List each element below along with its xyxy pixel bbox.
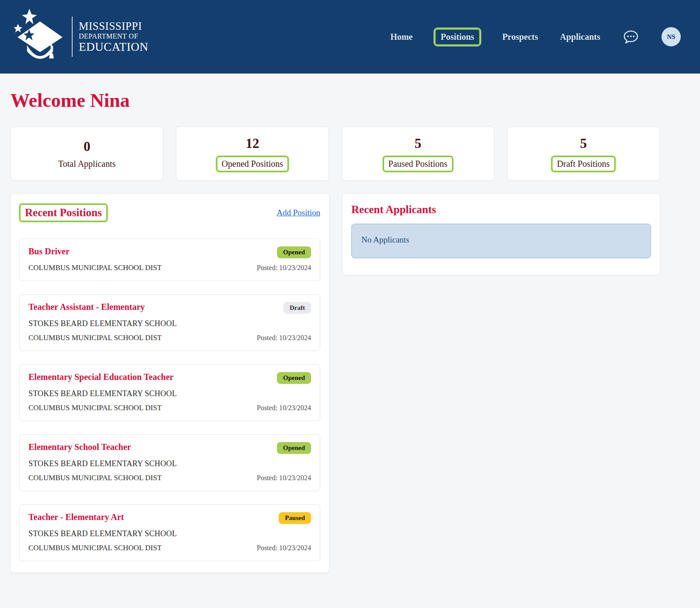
position-title[interactable]: Teacher - Elementary Art bbox=[28, 512, 124, 522]
position-status-badge: Draft bbox=[284, 302, 311, 314]
stat-card-opened-positions: 12 Opened Positions bbox=[176, 127, 329, 181]
position-title[interactable]: Bus Driver bbox=[28, 246, 70, 257]
recent-applicants-panel: Recent Applicants No Applicants bbox=[343, 194, 660, 275]
position-status-badge: Opened bbox=[277, 372, 311, 384]
user-avatar[interactable]: NS bbox=[662, 27, 681, 46]
position-card: Teacher Assistant - Elementary Draft STO… bbox=[19, 294, 320, 351]
position-district: COLUMBUS MUNICIPAL SCHOOL DIST bbox=[28, 334, 162, 342]
brand-wordmark: MISSISSIPPI DEPARTMENT OF EDUCATION bbox=[79, 20, 148, 53]
position-school: STOKES BEARD ELEMENTARY SCHOOL bbox=[28, 459, 311, 468]
main-row: Recent Positions Add Position Bus Driver… bbox=[10, 194, 660, 601]
position-district: COLUMBUS MUNICIPAL SCHOOL DIST bbox=[28, 264, 162, 272]
position-posted-date: Posted: 10/23/2024 bbox=[257, 334, 311, 342]
position-title[interactable]: Elementary School Teacher bbox=[28, 442, 131, 452]
stat-card-draft-positions: 5 Draft Positions bbox=[507, 127, 660, 181]
annotation-box-positions: Positions bbox=[434, 28, 480, 46]
welcome-heading: Welcome Nina bbox=[10, 89, 660, 112]
main-nav: Home Positions Prospects Applicants NS bbox=[390, 27, 681, 46]
annotation-box-recent-positions: Recent Positions bbox=[19, 204, 108, 222]
nav-item-positions[interactable]: Positions bbox=[441, 32, 474, 42]
position-district: COLUMBUS MUNICIPAL SCHOOL DIST bbox=[28, 404, 162, 412]
position-posted-date: Posted: 10/23/2024 bbox=[257, 264, 311, 272]
position-title[interactable]: Teacher Assistant - Elementary bbox=[28, 302, 145, 312]
nav-item-prospects[interactable]: Prospects bbox=[502, 32, 538, 42]
brand-line-1: MISSISSIPPI bbox=[79, 20, 148, 32]
stat-card-total-applicants: 0 Total Applicants bbox=[10, 127, 163, 181]
no-applicants-alert: No Applicants bbox=[351, 224, 651, 258]
stat-label: Opened Positions bbox=[222, 159, 284, 169]
position-status-badge: Opened bbox=[277, 246, 311, 258]
recent-positions-header: Recent Positions Add Position bbox=[19, 204, 320, 222]
annotation-box-draft-positions: Draft Positions bbox=[551, 156, 616, 172]
stat-card-paused-positions: 5 Paused Positions bbox=[342, 127, 494, 181]
position-school: STOKES BEARD ELEMENTARY SCHOOL bbox=[28, 319, 311, 328]
brand-line-3: EDUCATION bbox=[79, 40, 148, 53]
position-district: COLUMBUS MUNICIPAL SCHOOL DIST bbox=[28, 544, 162, 552]
positions-list: Bus Driver Opened COLUMBUS MUNICIPAL SCH… bbox=[19, 239, 320, 561]
position-card: Teacher - Elementary Art Paused STOKES B… bbox=[19, 504, 320, 561]
position-district: COLUMBUS MUNICIPAL SCHOOL DIST bbox=[28, 474, 162, 482]
mde-graduation-cap-logo-icon bbox=[10, 7, 66, 67]
position-card: Elementary School Teacher Opened STOKES … bbox=[19, 434, 320, 491]
brand: MISSISSIPPI DEPARTMENT OF EDUCATION bbox=[10, 7, 148, 67]
stat-value: 5 bbox=[580, 136, 587, 151]
position-school: STOKES BEARD ELEMENTARY SCHOOL bbox=[28, 529, 311, 538]
chat-bubble-icon[interactable] bbox=[622, 28, 640, 46]
nav-item-home[interactable]: Home bbox=[390, 32, 413, 42]
position-status-badge: Opened bbox=[277, 442, 311, 454]
stat-label: Draft Positions bbox=[557, 159, 610, 169]
position-school: STOKES BEARD ELEMENTARY SCHOOL bbox=[28, 389, 311, 398]
recent-positions-panel: Recent Positions Add Position Bus Driver… bbox=[10, 194, 329, 573]
stats-row: 0 Total Applicants 12 Opened Positions 5… bbox=[10, 127, 660, 181]
stat-value: 5 bbox=[414, 136, 421, 151]
position-card: Elementary Special Education Teacher Ope… bbox=[19, 364, 320, 421]
brand-divider bbox=[72, 17, 73, 57]
add-position-link[interactable]: Add Position bbox=[276, 208, 320, 218]
recent-applicants-header: Recent Applicants bbox=[351, 204, 651, 216]
annotation-box-paused-positions: Paused Positions bbox=[383, 156, 453, 172]
nav-item-applicants[interactable]: Applicants bbox=[560, 32, 600, 42]
page-content: Welcome Nina 0 Total Applicants 12 Opene… bbox=[10, 89, 660, 601]
stat-value: 12 bbox=[245, 136, 259, 151]
position-posted-date: Posted: 10/23/2024 bbox=[257, 474, 311, 482]
position-posted-date: Posted: 10/23/2024 bbox=[257, 544, 311, 552]
app-header: MISSISSIPPI DEPARTMENT OF EDUCATION Home… bbox=[0, 0, 700, 74]
stat-value: 0 bbox=[84, 139, 91, 155]
position-status-badge: Paused bbox=[279, 512, 311, 524]
recent-applicants-title: Recent Applicants bbox=[351, 204, 436, 216]
stat-label: Paused Positions bbox=[388, 159, 448, 169]
position-posted-date: Posted: 10/23/2024 bbox=[257, 404, 311, 412]
position-card: Bus Driver Opened COLUMBUS MUNICIPAL SCH… bbox=[19, 239, 320, 281]
position-title[interactable]: Elementary Special Education Teacher bbox=[28, 372, 174, 382]
recent-positions-title: Recent Positions bbox=[25, 207, 102, 218]
stat-label: Total Applicants bbox=[58, 159, 116, 169]
annotation-box-opened-positions: Opened Positions bbox=[216, 156, 289, 172]
brand-line-2: DEPARTMENT OF bbox=[79, 32, 148, 40]
